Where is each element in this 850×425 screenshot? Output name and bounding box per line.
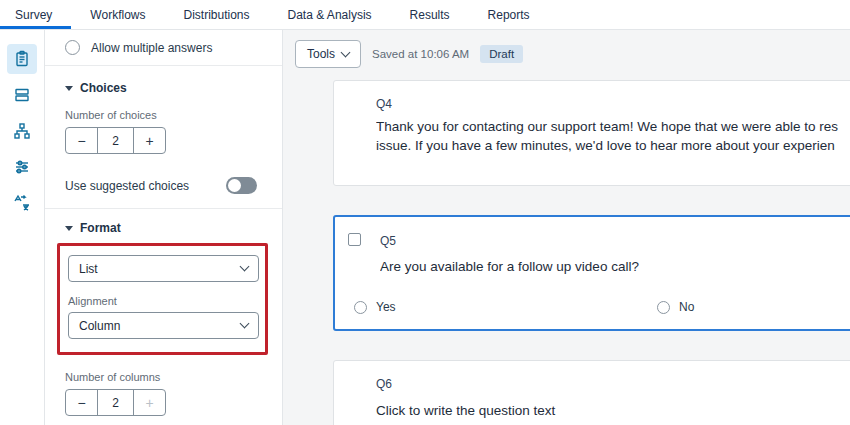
choices-decrement-button[interactable]: − [66,128,97,153]
question-text[interactable]: Click to write the question text [376,403,850,418]
sidebar-item-survey-options[interactable] [7,152,37,182]
question-card-q5[interactable]: Q5 Are you available for a follow up vid… [333,215,850,331]
tab-workflows[interactable]: Workflows [71,0,164,29]
tools-button-label: Tools [307,47,335,61]
chevron-down-icon [240,262,250,272]
answer-option-label: Yes [376,300,396,314]
question-select-checkbox[interactable] [348,233,361,246]
format-dropdown-value: List [79,262,98,276]
alignment-dropdown[interactable]: Column [68,312,259,339]
alignment-label: Alignment [68,295,257,307]
choices-increment-button[interactable]: + [134,128,165,153]
sidebar-item-survey-flow[interactable] [7,116,37,146]
choices-count-value[interactable]: 2 [97,128,134,153]
sidebar-item-survey-builder[interactable] [7,44,37,74]
format-dropdown[interactable]: List [68,255,259,282]
settings-panel: Allow multiple answers Choices Number of… [45,30,283,425]
tab-survey[interactable]: Survey [0,0,71,29]
number-of-columns-label: Number of columns [45,371,282,383]
question-list: Q4 Thank you for contacting our support … [333,80,850,425]
format-section-header[interactable]: Format [45,221,282,235]
top-nav: Survey Workflows Distributions Data & An… [0,0,850,30]
allow-multiple-row[interactable]: Allow multiple answers [45,30,282,66]
icon-sidebar [0,30,45,425]
toggle-knob [228,179,241,192]
question-text-line2[interactable]: issue. If you have a few minutes, we'd l… [376,138,850,153]
tab-distributions[interactable]: Distributions [164,0,268,29]
format-section-title: Format [80,221,121,235]
survey-options-icon [13,158,31,176]
tab-data-analysis[interactable]: Data & Analysis [269,0,391,29]
divider [45,208,282,209]
question-id: Q5 [380,234,396,248]
chevron-down-icon [341,48,351,58]
chevron-down-icon [240,319,250,329]
choices-section-header[interactable]: Choices [45,81,282,95]
annotation-highlight-box: List Alignment Column [57,243,268,355]
sidebar-item-blocks[interactable] [7,80,37,110]
columns-count-value[interactable]: 2 [97,390,134,415]
radio-icon[interactable] [354,301,367,314]
number-of-choices-label: Number of choices [45,109,282,121]
suggested-choices-toggle[interactable] [226,177,257,194]
columns-increment-button[interactable]: + [134,390,165,415]
question-card-q6[interactable]: Q6 Click to write the question text [333,360,850,425]
tools-button[interactable]: Tools [295,40,361,68]
chevron-down-icon [65,226,73,231]
chevron-down-icon [65,86,73,91]
question-id: Q4 [376,97,392,111]
question-card-q4[interactable]: Q4 Thank you for contacting our support … [333,80,850,186]
answer-option-no[interactable]: No [657,300,694,314]
translations-icon [13,194,31,212]
alignment-dropdown-value: Column [79,319,120,333]
question-text-line1[interactable]: Thank you for contacting our support tea… [376,119,850,134]
survey-canvas: Tools Saved at 10:06 AM Draft Q4 Thank y… [283,30,850,425]
saved-status-text: Saved at 10:06 AM [372,48,469,60]
sidebar-item-translations[interactable] [7,188,37,218]
allow-multiple-label: Allow multiple answers [91,41,212,55]
suggested-choices-row: Use suggested choices [45,177,282,194]
canvas-toolbar: Tools Saved at 10:06 AM Draft [295,40,523,68]
choices-count-stepper: − 2 + [65,127,166,154]
choices-section-title: Choices [80,81,127,95]
question-text[interactable]: Are you available for a follow up video … [380,259,850,274]
suggested-choices-label: Use suggested choices [65,179,189,193]
columns-decrement-button[interactable]: − [66,390,97,415]
radio-icon[interactable] [657,301,670,314]
draft-status-badge: Draft [480,45,523,63]
answer-option-label: No [679,300,694,314]
answer-option-yes[interactable]: Yes [354,300,396,314]
columns-count-stepper: − 2 + [65,389,166,416]
blocks-icon [13,86,31,104]
tab-reports[interactable]: Reports [469,0,549,29]
survey-builder-icon [13,50,31,68]
question-id: Q6 [376,377,392,391]
allow-multiple-radio[interactable] [65,40,80,55]
tab-results[interactable]: Results [391,0,469,29]
survey-flow-icon [13,122,31,140]
